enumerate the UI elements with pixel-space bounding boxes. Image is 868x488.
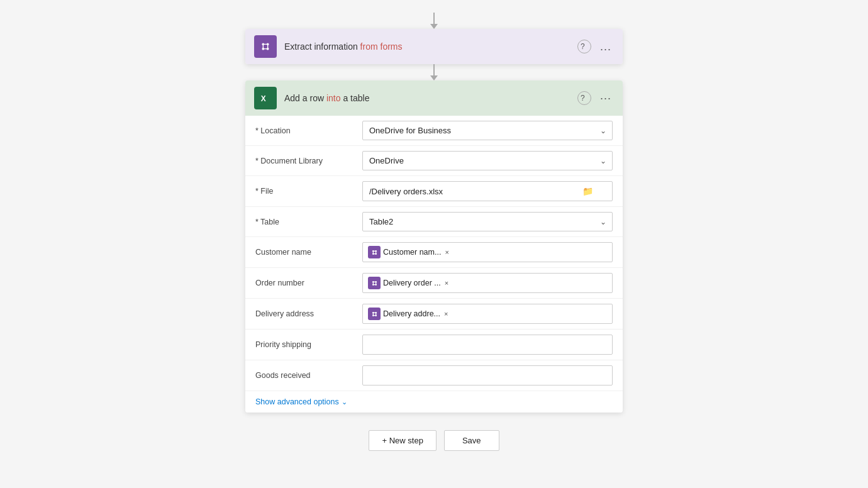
customer-name-label: Customer name [255, 248, 362, 257]
customer-name-tag: Customer nam... × [368, 246, 449, 258]
save-button[interactable]: Save [444, 430, 499, 451]
table-field: Table2 ⌄ [362, 212, 613, 231]
folder-icon: 📁 [582, 186, 593, 196]
file-field-wrapper: /Delivery orders.xlsx 📁 [362, 181, 613, 201]
doc-library-select-wrapper: OneDrive ⌄ [362, 151, 613, 170]
table-label: * Table [255, 218, 362, 226]
doc-library-select[interactable]: OneDrive [362, 151, 613, 170]
save-label: Save [462, 436, 481, 445]
delivery-address-row: Delivery address [245, 299, 623, 330]
order-number-tag-text: Delivery order ... [383, 279, 441, 287]
table-select[interactable]: Table2 [362, 212, 613, 231]
file-label: * File [255, 187, 362, 196]
excel-more-button[interactable]: ··· [598, 91, 614, 106]
location-label: * Location [255, 126, 362, 135]
excel-title-highlight: into [326, 93, 341, 103]
excel-card-header: X Add a row into a table ? ··· [245, 80, 623, 116]
order-number-tag-input[interactable]: Delivery order ... × [362, 273, 613, 293]
delivery-address-tag: Delivery addre... × [368, 308, 448, 320]
bottom-actions: + New step Save [369, 430, 499, 451]
doc-library-field: OneDrive ⌄ [362, 151, 613, 170]
doc-library-label: * Document Library [255, 157, 362, 165]
location-select-wrapper: OneDrive for Business ⌄ [362, 121, 613, 140]
table-value: Table2 [369, 217, 393, 226]
form-recognizer-icon [259, 40, 272, 53]
excel-card-actions: ? ··· [577, 91, 614, 106]
file-row: * File /Delivery orders.xlsx 📁 [245, 176, 623, 207]
delivery-address-form-icon [370, 310, 379, 318]
extract-card-title: Extract information from forms [284, 42, 577, 52]
priority-shipping-row: Priority shipping [245, 330, 623, 360]
extract-card-header: Extract information from forms ? ... [245, 29, 623, 64]
arrow-head [430, 24, 438, 29]
excel-card: X Add a row into a table ? ··· * Locatio… [245, 80, 623, 413]
new-step-button[interactable]: + New step [369, 430, 436, 451]
customer-name-form-icon [370, 248, 379, 257]
goods-received-input[interactable] [362, 365, 613, 385]
doc-library-row: * Document Library OneDrive ⌄ [245, 146, 623, 176]
extract-card: Extract information from forms ? ... [245, 29, 623, 64]
order-number-label: Order number [255, 279, 362, 287]
svg-text:X: X [261, 94, 266, 103]
location-value: OneDrive for Business [369, 126, 451, 135]
delivery-address-tag-close[interactable]: × [444, 310, 448, 318]
delivery-address-tag-icon [368, 308, 381, 320]
table-select-wrapper: Table2 ⌄ [362, 212, 613, 231]
delivery-address-field: Delivery addre... × [362, 304, 613, 324]
top-arrow [430, 13, 438, 29]
order-number-tag: Delivery order ... × [368, 277, 448, 289]
excel-title-start: Add a row [284, 93, 326, 103]
page-container: Extract information from forms ? ... [0, 0, 868, 488]
show-advanced-label: Show advanced options [255, 397, 339, 406]
advanced-options-row: Show advanced options ⌄ [245, 391, 623, 413]
new-step-label: + New step [382, 436, 423, 445]
customer-name-field: Customer nam... × [362, 242, 613, 262]
excel-logo-icon: X [259, 91, 272, 105]
arrow-line [433, 13, 435, 24]
excel-title-end: a table [341, 93, 370, 103]
location-select[interactable]: OneDrive for Business [362, 121, 613, 140]
customer-name-tag-input[interactable]: Customer nam... × [362, 242, 613, 262]
extract-title-text: Extract information [284, 42, 358, 52]
excel-icon: X [254, 87, 277, 109]
location-field: OneDrive for Business ⌄ [362, 121, 613, 140]
delivery-address-tag-text: Delivery addre... [383, 309, 440, 318]
goods-received-field [362, 365, 613, 385]
order-number-form-icon [370, 279, 379, 287]
excel-more-icon: ··· [600, 92, 611, 105]
customer-name-row: Customer name [245, 237, 623, 268]
excel-card-body: * Location OneDrive for Business ⌄ * Doc… [245, 116, 623, 413]
excel-help-button[interactable]: ? [577, 91, 591, 105]
doc-library-value: OneDrive [369, 156, 404, 165]
middle-arrow [430, 64, 438, 80]
extract-more-button[interactable]: ... [598, 39, 614, 55]
order-number-row: Order number [245, 268, 623, 299]
customer-name-tag-icon [368, 246, 381, 258]
customer-name-tag-text: Customer nam... [383, 248, 441, 257]
priority-shipping-input[interactable] [362, 335, 613, 355]
delivery-address-label: Delivery address [255, 309, 362, 318]
extract-icon [254, 35, 277, 58]
customer-name-tag-close[interactable]: × [445, 248, 448, 256]
file-input[interactable]: /Delivery orders.xlsx 📁 [362, 181, 613, 201]
arrow-line-2 [433, 64, 435, 75]
extract-title-highlight: from forms [358, 42, 403, 52]
location-row: * Location OneDrive for Business ⌄ [245, 116, 623, 146]
priority-shipping-label: Priority shipping [255, 340, 362, 349]
order-number-tag-close[interactable]: × [445, 279, 448, 287]
show-advanced-button[interactable]: Show advanced options ⌄ [255, 397, 347, 406]
excel-card-title: Add a row into a table [284, 93, 577, 103]
order-number-field: Delivery order ... × [362, 273, 613, 293]
delivery-address-tag-input[interactable]: Delivery addre... × [362, 304, 613, 324]
order-number-tag-icon [368, 277, 381, 289]
priority-shipping-field [362, 335, 613, 355]
more-icon: ... [600, 40, 611, 53]
extract-card-actions: ? ... [577, 39, 614, 55]
chevron-down-icon: ⌄ [342, 398, 347, 406]
goods-received-label: Goods received [255, 371, 362, 380]
arrow-head-2 [430, 75, 438, 80]
extract-help-button[interactable]: ? [577, 40, 591, 53]
goods-received-row: Goods received [245, 360, 623, 391]
table-row: * Table Table2 ⌄ [245, 207, 623, 237]
file-value: /Delivery orders.xlsx [369, 187, 443, 196]
